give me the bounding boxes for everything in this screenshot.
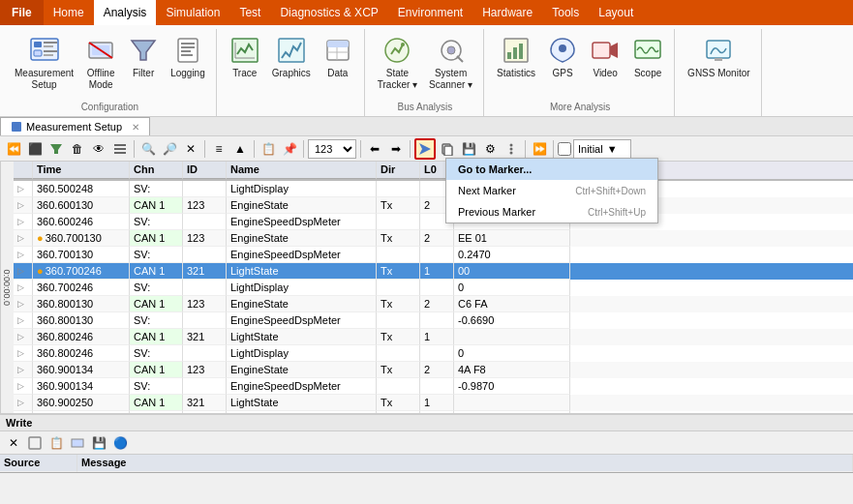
- toolbar-btn-1[interactable]: ⏪: [4, 139, 23, 159]
- write-toolbar-btn-4[interactable]: [68, 433, 87, 453]
- sep-4: [303, 140, 304, 158]
- toolbar-btn-jump[interactable]: ⏩: [530, 139, 549, 159]
- next-marker-item[interactable]: Next Marker Ctrl+Shift+Down: [446, 180, 657, 201]
- menu-diagnostics[interactable]: Diagnostics & XCP: [270, 0, 387, 25]
- menu-test[interactable]: Test: [229, 0, 270, 25]
- goto-marker-item[interactable]: Go to Marker...: [446, 159, 657, 180]
- menu-environment[interactable]: Environment: [388, 0, 472, 25]
- id-dropdown[interactable]: 123: [308, 139, 356, 159]
- menu-tools[interactable]: Tools: [542, 0, 589, 25]
- header-id: ID: [183, 162, 227, 179]
- measurement-setup-icon: [29, 35, 60, 66]
- toolbar-btn-settings[interactable]: ⚙: [480, 139, 500, 159]
- sep-2: [204, 140, 205, 158]
- toolbar-btn-up[interactable]: ▲: [230, 139, 250, 159]
- ribbon-btn-scope[interactable]: Scope: [627, 31, 668, 83]
- ribbon-btn-graphics[interactable]: Graphics: [267, 31, 316, 83]
- toolbar-btn-prev[interactable]: ⬅: [365, 139, 384, 159]
- cell-name: LightDisplay: [227, 345, 377, 362]
- sep-8: [553, 140, 554, 158]
- table-row[interactable]: ▷ 360.900134 CAN 1 123 EngineState Tx 2 …: [14, 362, 853, 378]
- table-row[interactable]: ▷ 360.900134 SV: EngineSpeedDspMeter -0.…: [14, 378, 853, 395]
- write-toolbar-btn-5[interactable]: 💾: [89, 433, 108, 453]
- cell-expand: ▷: [14, 296, 33, 312]
- toolbar-btn-options[interactable]: [502, 139, 521, 159]
- ribbon-btn-state-tracker[interactable]: StateTracker ▾: [373, 31, 422, 95]
- toolbar-btn-save[interactable]: 💾: [459, 139, 478, 159]
- menu-home[interactable]: Home: [44, 0, 94, 25]
- cell-id: 123: [183, 296, 227, 312]
- ribbon-btn-video[interactable]: Video: [585, 31, 625, 83]
- tab-close-icon[interactable]: ✕: [132, 122, 139, 133]
- table-row[interactable]: ▷ 360.500248 SV: LightDisplay: [14, 181, 853, 197]
- toolbar-btn-2[interactable]: ⬛: [25, 139, 45, 159]
- ribbon-btn-gps[interactable]: GPS: [542, 31, 583, 83]
- toolbar-btn-eye[interactable]: 👁: [89, 139, 108, 159]
- ribbon-btn-trace[interactable]: Trace: [225, 31, 265, 83]
- table-row[interactable]: ▷ 360.600130 CAN 1 123 EngineState Tx 2: [14, 197, 853, 214]
- menu-analysis[interactable]: Analysis: [94, 0, 157, 25]
- svg-rect-15: [181, 54, 193, 56]
- cell-expand: ▷: [14, 411, 33, 413]
- menu-hardware[interactable]: Hardware: [472, 0, 542, 25]
- table-row[interactable]: ▷ 360.800246 CAN 1 321 LightState Tx 1: [14, 329, 853, 345]
- toolbar-btn-copy[interactable]: 📋: [259, 139, 278, 159]
- cell-name: EngineSpeedDspMeter: [227, 214, 377, 230]
- table-row[interactable]: ▷ 360.900250 SV: LightDisplay 0: [14, 411, 853, 413]
- toolbar-btn-filter-row[interactable]: [46, 139, 66, 159]
- write-toolbar-btn-2[interactable]: [25, 433, 45, 453]
- file-menu[interactable]: File: [0, 0, 44, 25]
- toolbar-btn-highlight[interactable]: 🔍: [138, 139, 158, 159]
- ribbon-btn-gnss-monitor[interactable]: GNSS Monitor: [683, 31, 754, 83]
- more-analysis-label: More Analysis: [550, 100, 610, 114]
- table-row[interactable]: ▷ 360.600246 SV: EngineSpeedDspMeter: [14, 214, 853, 230]
- ribbon-btn-logging[interactable]: Logging: [166, 31, 210, 83]
- ribbon-group-trace: Trace Graphics: [219, 29, 365, 116]
- ribbon-btn-statistics[interactable]: Statistics: [492, 31, 540, 83]
- table-row[interactable]: ▷ ●360.700130 CAN 1 123 EngineState Tx 2…: [14, 230, 853, 247]
- write-toolbar-btn-1[interactable]: ✕: [4, 433, 23, 453]
- cell-time: 360.900250: [33, 395, 130, 411]
- svg-point-48: [510, 147, 513, 150]
- svg-rect-14: [181, 50, 191, 52]
- cell-id: [183, 345, 227, 362]
- table-row[interactable]: ▷ ●360.700246 CAN 1 321 LightState Tx 1 …: [14, 263, 853, 280]
- toolbar-btn-pin[interactable]: 📌: [280, 139, 299, 159]
- table-row[interactable]: ▷ 360.700130 SV: EngineSpeedDspMeter 0.2…: [14, 247, 853, 263]
- write-toolbar-btn-3[interactable]: 📋: [46, 433, 66, 453]
- toolbar-btn-search[interactable]: 🔎: [160, 139, 179, 159]
- table-row[interactable]: ▷ 360.800246 SV: LightDisplay 0: [14, 345, 853, 362]
- menu-simulation[interactable]: Simulation: [156, 0, 229, 25]
- table-row[interactable]: ▷ 360.900250 CAN 1 321 LightState Tx 1: [14, 395, 853, 411]
- toolbar-btn-copy2[interactable]: [438, 139, 457, 159]
- toolbar-btn-x[interactable]: ✕: [181, 139, 200, 159]
- ribbon-btn-data[interactable]: Data: [318, 31, 358, 83]
- menu-layout[interactable]: Layout: [589, 0, 643, 25]
- ribbon-btn-system-scanner[interactable]: SystemScanner ▾: [424, 31, 477, 95]
- state-tracker-icon: [381, 35, 412, 66]
- table-row[interactable]: ▷ 360.800130 SV: EngineSpeedDspMeter -0.…: [14, 312, 853, 329]
- prev-marker-item[interactable]: Previous Marker Ctrl+Shift+Up: [446, 201, 657, 222]
- initial-dropdown[interactable]: Initial ▼: [573, 139, 631, 159]
- table-row[interactable]: ▷ 360.800130 CAN 1 123 EngineState Tx 2 …: [14, 296, 853, 312]
- toolbar-btn-bars[interactable]: ≡: [209, 139, 228, 159]
- svg-rect-31: [513, 47, 517, 59]
- tab-icon: [11, 121, 22, 133]
- cell-chn: CAN 1: [130, 362, 183, 378]
- toolbar-btn-next[interactable]: ➡: [386, 139, 406, 159]
- tab-measurement-setup[interactable]: Measurement Setup ✕: [0, 117, 150, 135]
- statistics-icon: [501, 35, 532, 66]
- cell-chn: CAN 1: [130, 263, 183, 280]
- table-row[interactable]: ▷ 360.700246 SV: LightDisplay 0: [14, 280, 853, 296]
- toolbar-btn-marker[interactable]: [414, 138, 436, 160]
- write-toolbar-btn-6[interactable]: 🔵: [110, 433, 130, 453]
- show-checkbox[interactable]: [558, 142, 571, 156]
- toolbar-btn-5[interactable]: [110, 139, 130, 159]
- ribbon-btn-measurement-setup[interactable]: MeasurementSetup: [10, 31, 78, 95]
- toolbar-btn-clear[interactable]: 🗑: [68, 139, 87, 159]
- cell-time: 360.800246: [33, 329, 130, 345]
- ribbon-btn-filter[interactable]: Filter: [123, 31, 164, 83]
- cell-chn: CAN 1: [130, 197, 183, 214]
- ribbon-btn-offline-mode[interactable]: OfflineMode: [80, 31, 121, 95]
- filter-icon: [128, 35, 159, 66]
